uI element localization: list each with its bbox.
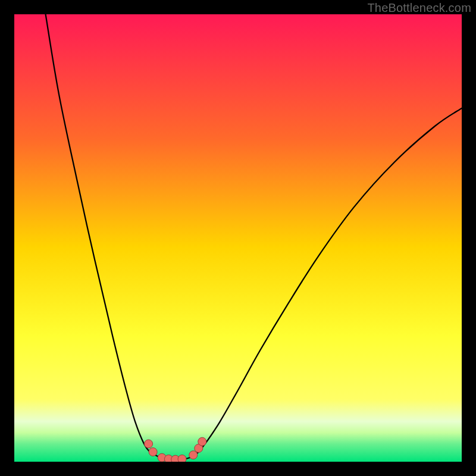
data-marker [189,451,198,459]
plot-frame [14,14,462,462]
data-marker [145,440,153,448]
attribution-text: TheBottleneck.com [367,1,471,15]
data-marker [198,437,206,446]
bottleneck-curve-chart [14,14,462,462]
gradient-background [14,14,462,462]
data-marker [149,448,157,456]
data-marker [178,455,186,462]
